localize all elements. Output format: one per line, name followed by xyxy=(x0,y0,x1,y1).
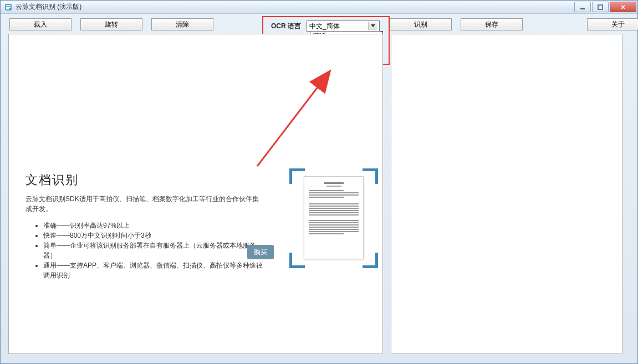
ocr-selected-value: 中文_简体 xyxy=(309,22,340,31)
promo-bullet: 准确——识别率高达97%以上 xyxy=(43,221,264,230)
ocr-language-select[interactable]: 中文_简体 xyxy=(307,20,380,32)
clear-button[interactable]: 清除 xyxy=(151,18,213,30)
promo-block: 文档识别 云脉文档识别SDK适用于高拍仪、扫描笔、档案数字化加工等行业的合作伙伴… xyxy=(25,172,264,280)
dropdown-arrow-icon xyxy=(368,22,377,30)
svg-rect-4 xyxy=(580,8,585,9)
close-button[interactable] xyxy=(610,2,636,12)
maximize-button[interactable] xyxy=(592,2,609,12)
promo-bullet: 通用——支持APP、客户端、浏览器、微信端、扫描仪、高拍仪等多种途径调用识别 xyxy=(43,260,264,280)
toolbar-left-group: 载入 旋转 清除 xyxy=(9,18,222,30)
promo-bullet: 简单——企业可将该识别服务部署在自有服务器上（云服务器或本地服务器） xyxy=(43,240,264,260)
window-controls xyxy=(573,2,636,12)
recognize-button[interactable]: 识别 xyxy=(390,18,452,30)
scan-corner-icon xyxy=(363,253,378,268)
scan-corner-icon xyxy=(289,253,305,268)
ocr-label: OCR 语言 xyxy=(271,22,301,31)
buy-button[interactable]: 购买 xyxy=(247,245,274,259)
app-window: 云脉文档识别 (演示版) 载入 旋转 清除 OCR 语言 中文_简 xyxy=(0,0,638,364)
svg-rect-1 xyxy=(6,5,11,6)
rotate-button[interactable]: 旋转 xyxy=(80,18,142,30)
scan-corner-icon xyxy=(363,168,378,184)
load-button[interactable]: 载入 xyxy=(9,18,72,30)
app-icon xyxy=(4,3,13,12)
toolbar: 载入 旋转 清除 OCR 语言 中文_简体 英语中文_简体中文_繁体 识别 xyxy=(1,14,637,34)
about-button[interactable]: 关于 xyxy=(587,18,638,30)
svg-rect-2 xyxy=(6,7,11,8)
toolbar-right-group: 识别 保存 关于 xyxy=(390,18,638,30)
promo-bullet: 快速——800万中文识别时间小于3秒 xyxy=(43,230,264,240)
svg-rect-3 xyxy=(6,8,9,9)
content-area: 文档识别 云脉文档识别SDK适用于高拍仪、扫描笔、档案数字化加工等行业的合作伙伴… xyxy=(1,34,637,363)
svg-rect-5 xyxy=(598,5,603,9)
titlebar: 云脉文档识别 (演示版) xyxy=(1,1,637,14)
window-title: 云脉文档识别 (演示版) xyxy=(16,2,81,12)
scan-corner-icon xyxy=(289,168,305,184)
promo-title: 文档识别 xyxy=(25,172,264,188)
annotation-arrow-icon xyxy=(252,66,385,177)
result-panel xyxy=(391,34,622,354)
save-button[interactable]: 保存 xyxy=(461,18,523,30)
document-thumbnail xyxy=(304,176,364,259)
promo-description: 云脉文档识别SDK适用于高拍仪、扫描笔、档案数字化加工等行业的合作伙伴集成开发。 xyxy=(25,194,264,214)
minimize-button[interactable] xyxy=(574,2,591,12)
svg-line-6 xyxy=(257,72,329,166)
image-panel: 文档识别 云脉文档识别SDK适用于高拍仪、扫描笔、档案数字化加工等行业的合作伙伴… xyxy=(8,34,383,354)
promo-bullet-list: 准确——识别率高达97%以上快速——800万中文识别时间小于3秒简单——企业可将… xyxy=(25,221,264,280)
scan-preview xyxy=(289,168,378,268)
